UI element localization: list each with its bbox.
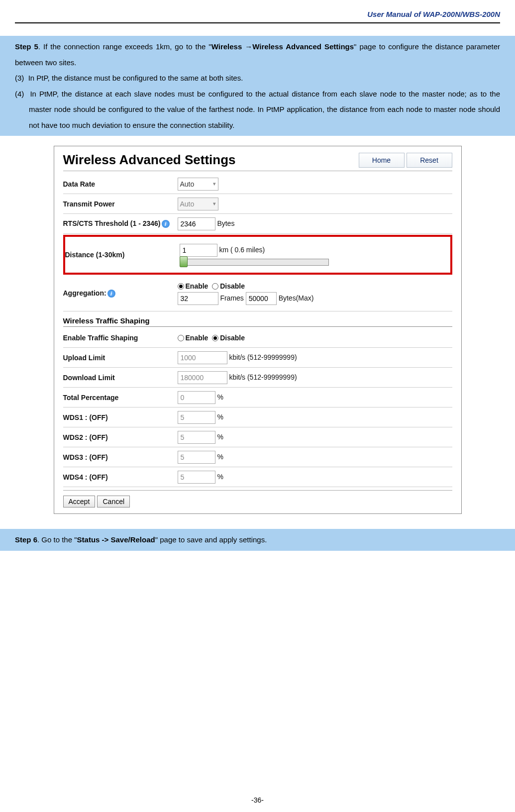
panel-title-row: Wireless Advanced Settings Home Reset (63, 152, 452, 171)
row-wds1: WDS1 : (OFF) % (63, 407, 452, 427)
distance-unit: km ( 0.6 miles) (219, 246, 265, 254)
cancel-button[interactable]: Cancel (97, 496, 130, 508)
total-pct-label: Total Percentage (63, 394, 178, 402)
row-total-pct: Total Percentage % (63, 388, 452, 407)
data-rate-label: Data Rate (63, 180, 178, 188)
panel-title: Wireless Advanced Settings (63, 152, 236, 168)
chevron-down-icon: ▾ (213, 181, 216, 187)
home-button[interactable]: Home (359, 153, 405, 168)
info-icon[interactable]: i (107, 290, 115, 298)
wds2-input[interactable] (178, 431, 215, 444)
row-aggregation: Aggregation:i Enable Disable Frames Byte… (63, 276, 452, 311)
wds3-label: WDS3 : (OFF) (63, 453, 178, 461)
step5-box: Step 5. If the connection range exceeds … (0, 36, 515, 136)
upload-limit-input[interactable] (178, 351, 227, 364)
row-wds4: WDS4 : (OFF) % (63, 467, 452, 487)
total-pct-input[interactable] (178, 391, 215, 404)
data-rate-select[interactable]: Auto ▾ (178, 178, 218, 191)
shaping-disable-radio[interactable] (212, 335, 218, 341)
distance-input[interactable] (180, 244, 217, 257)
reset-button[interactable]: Reset (407, 153, 452, 168)
settings-panel: Wireless Advanced Settings Home Reset Da… (54, 146, 462, 514)
traffic-shaping-title: Wireless Traffic Shaping (63, 311, 452, 327)
shaping-enable-radio[interactable] (178, 335, 184, 341)
download-unit: kbit/s (512-99999999) (229, 373, 297, 381)
download-limit-label: Download Limit (63, 374, 178, 382)
wds1-input[interactable] (178, 411, 215, 424)
slider-thumb-icon[interactable] (180, 256, 188, 267)
enable-shaping-label: Enable Traffic Shaping (63, 334, 178, 342)
aggregation-frames-input[interactable] (178, 292, 218, 305)
transmit-power-select[interactable]: Auto ▾ (178, 198, 218, 210)
row-transmit-power: Transmit Power Auto ▾ (63, 194, 452, 214)
wds4-input[interactable] (178, 471, 215, 484)
download-limit-input[interactable] (178, 371, 227, 384)
distance-label: Distance (1-30km) (65, 251, 180, 259)
wds3-input[interactable] (178, 451, 215, 464)
row-enable-shaping: Enable Traffic Shaping Enable Disable (63, 328, 452, 348)
arrow-icon: → (245, 42, 252, 51)
distance-slider[interactable] (180, 259, 329, 266)
step5-item4: (4) In PtMP, the distance at each slave … (15, 86, 500, 133)
row-upload-limit: Upload Limit kbit/s (512-99999999) (63, 348, 452, 368)
step6-box: Step 6. Go to the "Status -> Save/Reload… (0, 529, 515, 551)
accept-button[interactable]: Accept (63, 496, 96, 508)
aggregation-bytes-input[interactable] (246, 292, 277, 305)
rts-label: RTS/CTS Threshold (1 - 2346)i (63, 219, 178, 228)
row-rts-threshold: RTS/CTS Threshold (1 - 2346)i Bytes (63, 214, 452, 234)
step6-text: Step 6. Go to the "Status -> Save/Reload… (15, 532, 500, 548)
rts-input[interactable] (178, 217, 215, 230)
button-row: Accept Cancel (63, 490, 452, 510)
aggregation-label: Aggregation:i (63, 289, 178, 298)
info-icon[interactable]: i (162, 220, 170, 228)
aggregation-enable-radio[interactable] (178, 283, 184, 290)
doc-title: User Manual of WAP-200N/WBS-200N (367, 10, 500, 18)
upload-limit-label: Upload Limit (63, 354, 178, 362)
row-wds3: WDS3 : (OFF) % (63, 447, 452, 467)
aggregation-disable-radio[interactable] (212, 283, 218, 290)
transmit-power-label: Transmit Power (63, 200, 178, 208)
doc-header: User Manual of WAP-200N/WBS-200N (15, 10, 500, 23)
distance-highlight: Distance (1-30km) km ( 0.6 miles) (63, 235, 452, 275)
step5-intro: Step 5. If the connection range exceeds … (15, 39, 500, 70)
chevron-down-icon: ▾ (213, 201, 216, 207)
wds4-label: WDS4 : (OFF) (63, 473, 178, 481)
wds1-label: WDS1 : (OFF) (63, 413, 178, 421)
upload-unit: kbit/s (512-99999999) (229, 353, 297, 361)
row-distance: Distance (1-30km) km ( 0.6 miles) (65, 237, 450, 273)
rts-unit: Bytes (217, 219, 234, 227)
wds2-label: WDS2 : (OFF) (63, 433, 178, 441)
step5-item3: (3) In PtP, the distance must be configu… (15, 70, 500, 86)
row-download-limit: Download Limit kbit/s (512-99999999) (63, 368, 452, 388)
row-wds2: WDS2 : (OFF) % (63, 427, 452, 447)
row-data-rate: Data Rate Auto ▾ (63, 174, 452, 194)
